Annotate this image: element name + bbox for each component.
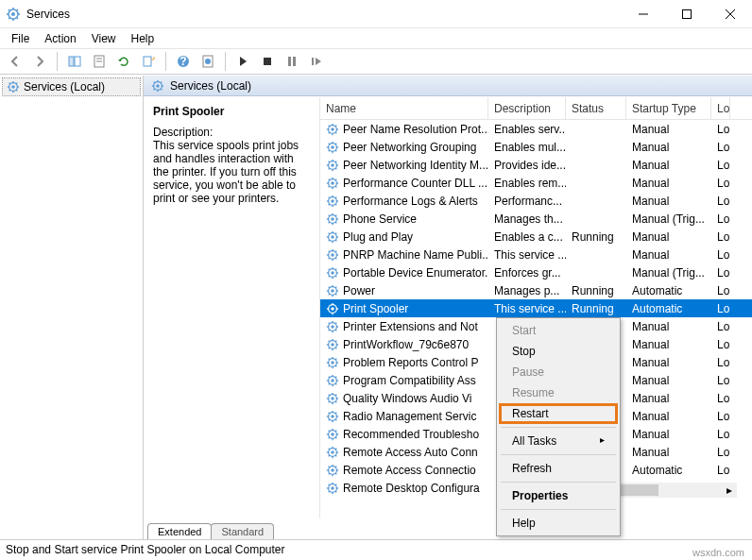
view-tabs: Extended Standard bbox=[144, 518, 752, 539]
service-description: Enables a c... bbox=[488, 230, 566, 244]
tab-extended[interactable]: Extended bbox=[147, 523, 212, 539]
list-header-title: Services (Local) bbox=[170, 79, 251, 93]
column-startup-type[interactable]: Startup Type bbox=[626, 97, 711, 119]
service-name: Peer Name Resolution Prot... bbox=[343, 123, 488, 136]
show-hide-tree-button[interactable] bbox=[63, 50, 86, 73]
service-icon bbox=[326, 248, 339, 262]
menu-view[interactable]: View bbox=[86, 30, 122, 47]
service-icon bbox=[326, 338, 339, 351]
export-button[interactable] bbox=[137, 50, 160, 73]
service-row[interactable]: Portable Device Enumerator...Enforces gr… bbox=[320, 263, 752, 281]
service-name: Peer Networking Identity M... bbox=[343, 159, 488, 172]
service-icon bbox=[326, 177, 339, 190]
minimize-button[interactable] bbox=[622, 0, 665, 28]
restart-service-button[interactable] bbox=[305, 50, 328, 73]
menu-bar: File Action View Help bbox=[0, 28, 752, 48]
context-pause[interactable]: Pause bbox=[499, 362, 618, 382]
service-startup: Manual bbox=[626, 141, 711, 154]
toolbar: ? bbox=[0, 48, 752, 75]
context-start[interactable]: Start bbox=[499, 320, 618, 341]
service-row[interactable]: Performance Counter DLL ...Enables rem..… bbox=[320, 174, 752, 192]
service-startup: Manual bbox=[626, 159, 711, 172]
tree-item-services-local[interactable]: Services (Local) bbox=[2, 77, 141, 96]
service-startup: Automatic bbox=[626, 464, 711, 477]
service-logon: Lo bbox=[711, 356, 730, 369]
column-description[interactable]: Description bbox=[488, 97, 566, 119]
services-icon bbox=[7, 80, 20, 93]
detail-description-label: Description: bbox=[153, 126, 310, 139]
service-startup: Manual bbox=[626, 230, 711, 244]
forward-button[interactable] bbox=[28, 50, 51, 73]
scroll-right-button[interactable]: ▸ bbox=[722, 483, 737, 498]
service-row[interactable]: Peer Networking Identity M...Provides id… bbox=[320, 156, 752, 174]
tree-item-label: Services (Local) bbox=[24, 80, 105, 93]
help-button[interactable]: ? bbox=[172, 50, 195, 73]
service-description: Provides ide... bbox=[488, 159, 566, 172]
status-bar: Stop and Start service Print Spooler on … bbox=[0, 539, 752, 559]
service-startup: Manual bbox=[626, 410, 711, 423]
service-logon: Lo bbox=[711, 123, 730, 136]
service-name: Remote Access Connectio bbox=[343, 464, 476, 477]
close-button[interactable] bbox=[709, 0, 752, 28]
service-name: Radio Management Servic bbox=[343, 410, 476, 423]
service-row[interactable]: Performance Logs & AlertsPerformanc...Ma… bbox=[320, 192, 752, 210]
menu-help[interactable]: Help bbox=[126, 30, 161, 47]
service-description: This service ... bbox=[488, 248, 566, 262]
context-resume[interactable]: Resume bbox=[499, 382, 618, 403]
menu-file[interactable]: File bbox=[6, 30, 35, 47]
service-row[interactable]: Plug and PlayEnables a c...RunningManual… bbox=[320, 228, 752, 246]
watermark: wsxdn.com bbox=[692, 547, 744, 558]
service-row[interactable]: Peer Networking GroupingEnables mul...Ma… bbox=[320, 138, 752, 156]
maximize-button[interactable] bbox=[665, 0, 709, 28]
context-all-tasks[interactable]: All Tasks bbox=[499, 431, 618, 451]
properties-button[interactable] bbox=[88, 50, 111, 73]
window-title: Services bbox=[26, 8, 70, 21]
refresh-button[interactable] bbox=[112, 50, 135, 73]
service-description: Enables rem... bbox=[488, 177, 566, 190]
svg-text:?: ? bbox=[179, 55, 186, 68]
menu-action[interactable]: Action bbox=[39, 30, 81, 47]
context-restart[interactable]: Restart bbox=[499, 403, 618, 424]
status-text: Stop and Start service Print Spooler on … bbox=[6, 543, 285, 556]
service-description: Enables mul... bbox=[488, 141, 566, 154]
service-logon: Lo bbox=[711, 141, 730, 154]
pause-service-button[interactable] bbox=[281, 50, 303, 73]
detail-pane: Print Spooler Description: This service … bbox=[144, 97, 319, 518]
context-stop[interactable]: Stop bbox=[499, 341, 618, 362]
tree-pane: Services (Local) bbox=[0, 76, 144, 539]
context-help[interactable]: Help bbox=[499, 513, 618, 534]
service-startup: Manual (Trig... bbox=[626, 212, 711, 226]
start-service-button[interactable] bbox=[231, 50, 254, 73]
service-row[interactable]: PowerManages p...RunningAutomaticLo bbox=[320, 281, 752, 299]
service-row[interactable]: Peer Name Resolution Prot...Enables serv… bbox=[320, 120, 752, 138]
service-icon bbox=[326, 392, 339, 405]
service-startup: Automatic bbox=[626, 302, 711, 315]
service-startup: Manual bbox=[626, 374, 711, 387]
context-properties[interactable]: Properties bbox=[499, 485, 618, 506]
service-logon: Lo bbox=[711, 392, 730, 405]
service-name: Peer Networking Grouping bbox=[343, 141, 476, 154]
column-name[interactable]: Name bbox=[320, 97, 488, 119]
tab-standard[interactable]: Standard bbox=[211, 523, 274, 539]
service-icon bbox=[326, 195, 339, 208]
detail-title: Print Spooler bbox=[153, 105, 310, 118]
service-startup: Manual bbox=[626, 320, 711, 333]
service-row[interactable]: Phone ServiceManages th...Manual (Trig..… bbox=[320, 210, 752, 228]
service-startup: Manual bbox=[626, 446, 711, 459]
column-logon[interactable]: Lo bbox=[711, 97, 730, 119]
context-refresh[interactable]: Refresh bbox=[499, 458, 618, 479]
stop-service-button[interactable] bbox=[256, 50, 279, 73]
column-status[interactable]: Status bbox=[566, 97, 626, 119]
service-startup: Manual bbox=[626, 123, 711, 136]
back-button[interactable] bbox=[4, 50, 26, 73]
service-name: PrintWorkflow_79c6e870 bbox=[343, 338, 469, 351]
service-row[interactable]: PNRP Machine Name Publi...This service .… bbox=[320, 246, 752, 263]
svg-point-29 bbox=[205, 59, 211, 64]
service-description: This service ... bbox=[488, 302, 566, 315]
service-logon: Lo bbox=[711, 428, 730, 441]
service-icon bbox=[326, 464, 339, 477]
service-logon: Lo bbox=[711, 230, 730, 244]
service-logon: Lo bbox=[711, 177, 730, 190]
help-topics-button[interactable] bbox=[197, 50, 219, 73]
service-row[interactable]: Print SpoolerThis service ...RunningAuto… bbox=[320, 299, 752, 317]
